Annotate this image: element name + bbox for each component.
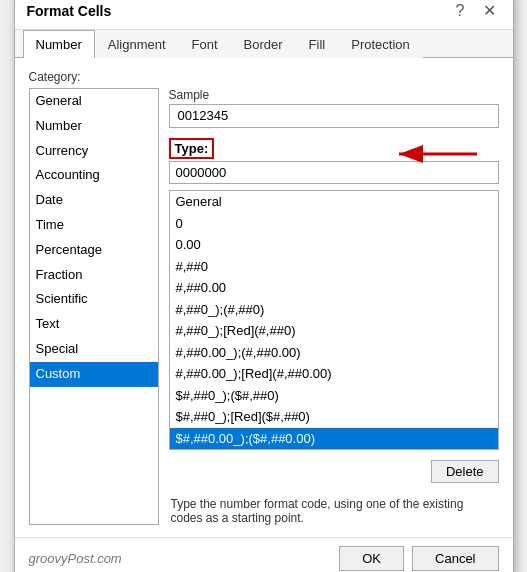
tab-border[interactable]: Border bbox=[231, 30, 296, 58]
delete-row: Delete bbox=[169, 460, 499, 483]
tab-content: Category: General Number Currency Accoun… bbox=[15, 58, 513, 537]
format-item-general[interactable]: General bbox=[170, 191, 498, 213]
format-cells-dialog: Format Cells ? ✕ Number Alignment Font B… bbox=[14, 0, 514, 572]
format-item-hash0-paren[interactable]: #,##0_);(#,##0) bbox=[170, 299, 498, 321]
tab-bar: Number Alignment Font Border Fill Protec… bbox=[15, 30, 513, 58]
tab-alignment[interactable]: Alignment bbox=[95, 30, 179, 58]
format-item-dollar-red[interactable]: $#,##0_);[Red]($#,##0) bbox=[170, 406, 498, 428]
cancel-button[interactable]: Cancel bbox=[412, 546, 498, 571]
format-item-dollar-paren[interactable]: $#,##0_);($#,##0) bbox=[170, 385, 498, 407]
category-fraction[interactable]: Fraction bbox=[30, 263, 158, 288]
hint-text: Type the number format code, using one o… bbox=[169, 497, 499, 525]
format-item-0.00[interactable]: 0.00 bbox=[170, 234, 498, 256]
title-bar: Format Cells ? ✕ bbox=[15, 0, 513, 30]
dialog-footer: groovyPost.com OK Cancel bbox=[15, 537, 513, 572]
category-list[interactable]: General Number Currency Accounting Date … bbox=[29, 88, 159, 525]
format-item-hash0-red[interactable]: #,##0_);[Red](#,##0) bbox=[170, 320, 498, 342]
type-label-row: Type: bbox=[169, 138, 499, 159]
type-input[interactable] bbox=[169, 161, 499, 184]
category-date[interactable]: Date bbox=[30, 188, 158, 213]
tab-protection[interactable]: Protection bbox=[338, 30, 423, 58]
format-item-0[interactable]: 0 bbox=[170, 213, 498, 235]
category-number[interactable]: Number bbox=[30, 114, 158, 139]
format-item-hash0.00-paren[interactable]: #,##0.00_);(#,##0.00) bbox=[170, 342, 498, 364]
ok-button[interactable]: OK bbox=[339, 546, 404, 571]
category-custom[interactable]: Custom bbox=[30, 362, 158, 387]
sample-label: Sample bbox=[169, 88, 499, 102]
type-label: Type: bbox=[169, 138, 215, 159]
tab-fill[interactable]: Fill bbox=[296, 30, 339, 58]
format-item-hash0.00-red[interactable]: #,##0.00_);[Red](#,##0.00) bbox=[170, 363, 498, 385]
footer-buttons: OK Cancel bbox=[339, 546, 498, 571]
type-wrapper: Type: bbox=[169, 138, 499, 184]
format-item-dollar-00-paren[interactable]: $#,##0.00_);($#,##0.00) bbox=[170, 428, 498, 450]
category-currency[interactable]: Currency bbox=[30, 139, 158, 164]
category-percentage[interactable]: Percentage bbox=[30, 238, 158, 263]
title-bar-buttons: ? ✕ bbox=[451, 1, 501, 29]
category-scientific[interactable]: Scientific bbox=[30, 287, 158, 312]
category-general[interactable]: General bbox=[30, 89, 158, 114]
tab-font[interactable]: Font bbox=[179, 30, 231, 58]
help-button[interactable]: ? bbox=[451, 1, 470, 21]
sample-value: 0012345 bbox=[169, 104, 499, 128]
category-panel: General Number Currency Accounting Date … bbox=[29, 88, 159, 525]
right-panel: Sample 0012345 Type: bbox=[169, 88, 499, 525]
category-accounting[interactable]: Accounting bbox=[30, 163, 158, 188]
format-item-hash0[interactable]: #,##0 bbox=[170, 256, 498, 278]
category-text[interactable]: Text bbox=[30, 312, 158, 337]
sample-section: Sample 0012345 bbox=[169, 88, 499, 128]
category-special[interactable]: Special bbox=[30, 337, 158, 362]
format-list[interactable]: General 0 0.00 #,##0 #,##0.00 #,##0_);(#… bbox=[169, 190, 499, 450]
category-time[interactable]: Time bbox=[30, 213, 158, 238]
main-area: General Number Currency Accounting Date … bbox=[29, 88, 499, 525]
watermark-text: groovyPost.com bbox=[29, 551, 122, 566]
dialog-title: Format Cells bbox=[27, 3, 112, 27]
format-item-hash0.00[interactable]: #,##0.00 bbox=[170, 277, 498, 299]
category-label: Category: bbox=[29, 70, 499, 84]
tab-number[interactable]: Number bbox=[23, 30, 95, 58]
delete-button[interactable]: Delete bbox=[431, 460, 499, 483]
close-button[interactable]: ✕ bbox=[478, 1, 501, 21]
